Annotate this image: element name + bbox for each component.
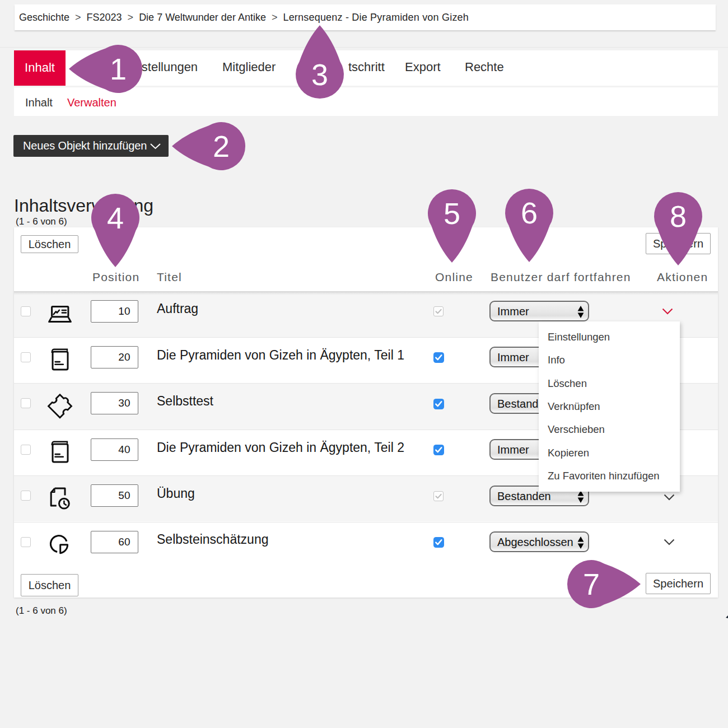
- svg-text:2: 2: [213, 129, 230, 163]
- svg-text:5: 5: [443, 197, 460, 230]
- svg-text:6: 6: [520, 196, 537, 230]
- svg-text:4: 4: [107, 201, 124, 235]
- svg-text:3: 3: [311, 58, 328, 91]
- svg-text:7: 7: [582, 567, 599, 601]
- svg-text:1: 1: [109, 52, 126, 86]
- svg-text:8: 8: [669, 199, 686, 233]
